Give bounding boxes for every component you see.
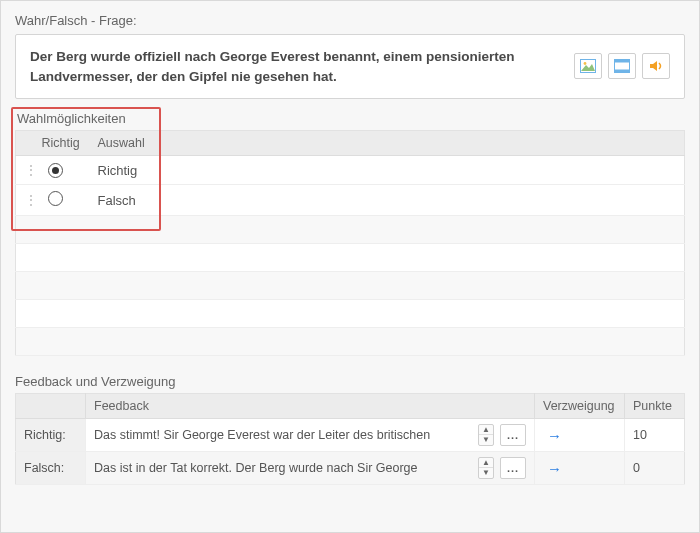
feedback-text[interactable]: Das ist in der Tat korrekt. Der Berg wur… xyxy=(94,461,476,475)
svg-rect-3 xyxy=(615,60,630,63)
branch-arrow-icon[interactable]: → xyxy=(543,427,562,444)
feedback-row: Falsch: Das ist in der Tat korrekt. Der … xyxy=(16,452,685,485)
feedback-section-label: Feedback und Verzweigung xyxy=(15,374,685,389)
choice-row: ⋮ Richtig xyxy=(16,156,685,185)
fb-col-blank xyxy=(16,394,86,419)
feedback-row-label: Falsch: xyxy=(16,452,86,485)
question-editor-panel: Wahr/Falsch - Frage: Der Berg wurde offi… xyxy=(0,0,700,533)
feedback-spinner[interactable]: ▲ ▼ xyxy=(478,457,494,479)
correct-radio[interactable] xyxy=(48,163,63,178)
question-box: Der Berg wurde offiziell nach George Eve… xyxy=(15,34,685,99)
feedback-row: Richtig: Das stimmt! Sir George Everest … xyxy=(16,419,685,452)
correct-radio[interactable] xyxy=(48,191,63,206)
col-header-choice: Auswahl xyxy=(90,131,685,156)
svg-point-1 xyxy=(584,62,587,65)
spinner-up-icon[interactable]: ▲ xyxy=(479,425,493,435)
add-audio-button[interactable] xyxy=(642,53,670,79)
choices-section: Wahlmöglichkeiten Richtig Auswahl ⋮ Rich… xyxy=(15,111,685,356)
fb-col-feedback: Feedback xyxy=(86,394,535,419)
media-buttons xyxy=(574,47,670,79)
choice-label[interactable]: Richtig xyxy=(90,156,685,185)
feedback-row-label: Richtig: xyxy=(16,419,86,452)
image-icon xyxy=(580,59,596,73)
spinner-down-icon[interactable]: ▼ xyxy=(479,435,493,445)
choice-row: ⋮ Falsch xyxy=(16,185,685,216)
feedback-spinner[interactable]: ▲ ▼ xyxy=(478,424,494,446)
col-header-handle xyxy=(16,131,34,156)
spinner-down-icon[interactable]: ▼ xyxy=(479,468,493,478)
fb-col-branching: Verzweigung xyxy=(535,394,625,419)
add-video-button[interactable] xyxy=(608,53,636,79)
drag-handle-icon[interactable]: ⋮ xyxy=(24,162,37,178)
fb-col-points: Punkte xyxy=(625,394,685,419)
drag-handle-icon[interactable]: ⋮ xyxy=(24,192,37,208)
col-header-correct: Richtig xyxy=(34,131,90,156)
points-value[interactable]: 10 xyxy=(625,419,685,452)
question-text[interactable]: Der Berg wurde offiziell nach George Eve… xyxy=(30,47,566,86)
question-section-label: Wahr/Falsch - Frage: xyxy=(15,13,685,28)
video-icon xyxy=(614,59,630,73)
spinner-up-icon[interactable]: ▲ xyxy=(479,458,493,468)
feedback-table: Feedback Verzweigung Punkte Richtig: Das… xyxy=(15,393,685,485)
points-value[interactable]: 0 xyxy=(625,452,685,485)
choices-table: Richtig Auswahl ⋮ Richtig ⋮ Falsch xyxy=(15,130,685,356)
choice-label[interactable]: Falsch xyxy=(90,185,685,216)
audio-icon xyxy=(648,59,664,73)
feedback-more-button[interactable]: ... xyxy=(500,457,526,479)
choices-section-label: Wahlmöglichkeiten xyxy=(17,111,685,126)
feedback-text[interactable]: Das stimmt! Sir George Everest war der L… xyxy=(94,428,476,442)
feedback-more-button[interactable]: ... xyxy=(500,424,526,446)
add-image-button[interactable] xyxy=(574,53,602,79)
svg-rect-4 xyxy=(615,70,630,73)
feedback-section: Feedback und Verzweigung Feedback Verzwe… xyxy=(15,374,685,485)
branch-arrow-icon[interactable]: → xyxy=(543,460,562,477)
